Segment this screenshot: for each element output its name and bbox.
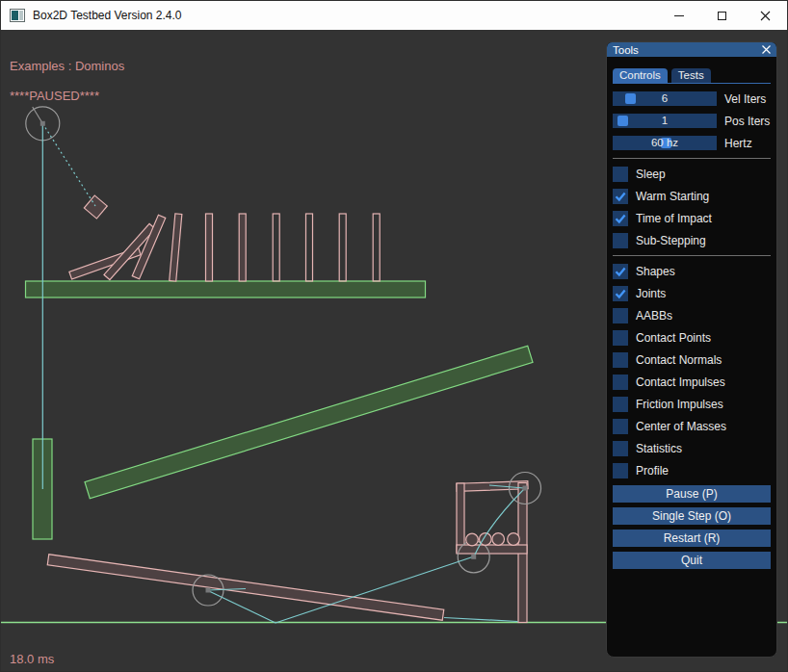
checkbox-box[interactable] (613, 397, 628, 412)
checkbox-box[interactable] (613, 330, 628, 346)
frame-left-post (457, 483, 464, 553)
checkbox-label: Shapes (636, 265, 675, 278)
tab-tests[interactable]: Tests (671, 68, 711, 83)
example-name-label: Examples : Dominos (10, 59, 124, 73)
separator (613, 255, 771, 256)
checkbox-box[interactable] (613, 352, 628, 368)
standing-domino-2 (206, 214, 213, 281)
slider-pos-iters[interactable]: 1 (613, 114, 717, 128)
window-titlebar[interactable]: Box2D Testbed Version 2.4.0 (1, 1, 787, 30)
checkbox-warm-starting[interactable]: Warm Starting (613, 189, 771, 204)
checkbox-box[interactable] (613, 286, 628, 301)
checkbox-box[interactable] (613, 233, 628, 248)
check-icon (613, 211, 628, 226)
checkbox-label: Contact Normals (636, 353, 722, 367)
checkbox-label: Contact Points (636, 331, 711, 345)
paused-label: ****PAUSED**** (10, 89, 99, 103)
standing-domino-5 (306, 214, 313, 281)
checkbox-label: Sub-Stepping (636, 234, 706, 247)
physics-canvas[interactable]: Examples : Dominos ****PAUSED**** 18.0 m… (1, 30, 788, 672)
checkbox-sleep[interactable]: Sleep (613, 167, 771, 182)
tab-bar: ControlsTests (613, 68, 771, 84)
checkbox-joints[interactable]: Joints (613, 286, 771, 301)
checkbox-sub-stepping[interactable]: Sub-Stepping (613, 233, 771, 248)
frame-bottom-bar (457, 545, 527, 554)
tools-panel: Tools ControlsTests 6Vel Iters1Pos Iters… (606, 41, 777, 658)
app-icon (10, 9, 25, 22)
check-icon (613, 189, 628, 204)
slider-label: Pos Iters (724, 115, 770, 128)
window-title: Box2D Testbed Version 2.4.0 (33, 9, 182, 22)
checkbox-time-of-impact[interactable]: Time of Impact (613, 211, 771, 226)
checkbox-contact-normals[interactable]: Contact Normals (613, 352, 771, 368)
circle-axis-line (33, 107, 43, 123)
button-quit[interactable]: Quit (613, 552, 771, 569)
checkbox-label: Profile (636, 464, 669, 478)
checkbox-box[interactable] (613, 264, 628, 279)
slider-label: Hertz (724, 137, 752, 150)
solver-checkbox-group: SleepWarm StartingTime of ImpactSub-Step… (613, 167, 771, 248)
slider-value: 60 hz (613, 136, 717, 150)
checkbox-label: Warm Starting (636, 190, 709, 203)
checkbox-label: Time of Impact (636, 212, 712, 225)
standing-domino-3 (239, 214, 246, 281)
checkbox-aabbs[interactable]: AABBs (613, 308, 771, 323)
checkbox-contact-points[interactable]: Contact Points (613, 330, 771, 346)
app-window: Box2D Testbed Version 2.4.0 Examples : D… (0, 0, 788, 672)
frame-time-label: 18.0 ms (10, 652, 54, 666)
checkbox-statistics[interactable]: Statistics (613, 441, 771, 456)
separator (613, 158, 771, 159)
checkbox-shapes[interactable]: Shapes (613, 264, 771, 279)
joint-anchor (523, 486, 528, 491)
minimize-icon (674, 15, 684, 16)
window-controls (657, 1, 787, 30)
checkbox-box[interactable] (613, 308, 628, 323)
ball-3 (492, 533, 505, 546)
joint-line (444, 618, 518, 622)
checkbox-box[interactable] (613, 375, 628, 390)
standing-domino-1 (170, 214, 182, 281)
checkbox-box[interactable] (613, 167, 628, 182)
button-restart-r[interactable]: Restart (R) (613, 530, 771, 547)
slider-row-vel-iters: 6Vel Iters (613, 91, 771, 106)
tools-panel-body: ControlsTests 6Vel Iters1Pos Iters60 hzH… (607, 68, 776, 569)
slider-value: 6 (613, 91, 717, 106)
checkbox-profile[interactable]: Profile (613, 463, 771, 478)
seesaw-plank (47, 555, 444, 621)
maximize-button[interactable] (700, 1, 744, 30)
checkbox-box[interactable] (613, 441, 628, 456)
tab-controls[interactable]: Controls (613, 68, 668, 83)
ball-1 (466, 533, 479, 546)
slider-group: 6Vel Iters1Pos Iters60 hzHertz (613, 91, 771, 150)
checkbox-contact-impulses[interactable]: Contact Impulses (613, 375, 771, 390)
action-button-group: Pause (P)Single Step (O)Restart (R)Quit (613, 485, 771, 569)
slider-hertz[interactable]: 60 hz (613, 136, 717, 150)
checkbox-box[interactable] (613, 189, 628, 204)
checkbox-label: Sleep (636, 168, 666, 181)
dominos-platform (26, 281, 426, 297)
slider-vel-iters[interactable]: 6 (613, 91, 717, 106)
joint-anchor (40, 121, 45, 126)
standing-domino-4 (273, 214, 279, 281)
button-single-step-o[interactable]: Single Step (O) (613, 507, 771, 525)
checkbox-label: Joints (636, 287, 666, 300)
checkbox-label: AABBs (636, 309, 672, 323)
tools-panel-titlebar[interactable]: Tools (607, 42, 776, 57)
close-icon (760, 11, 771, 21)
checkbox-label: Center of Masses (636, 420, 726, 433)
checkbox-label: Friction Impulses (636, 398, 723, 411)
close-button[interactable] (744, 1, 787, 30)
button-pause-p[interactable]: Pause (P) (613, 485, 771, 503)
tools-panel-close-button[interactable] (762, 45, 771, 54)
checkbox-box[interactable] (613, 211, 628, 226)
checkbox-center-of-masses[interactable]: Center of Masses (613, 419, 771, 434)
checkbox-friction-impulses[interactable]: Friction Impulses (613, 397, 771, 412)
checkbox-box[interactable] (613, 419, 628, 434)
check-icon (613, 286, 628, 301)
pendulum-box (84, 195, 107, 219)
joint-anchor (471, 555, 476, 559)
close-icon (762, 45, 771, 54)
checkbox-box[interactable] (613, 463, 628, 478)
checkbox-label: Contact Impulses (636, 375, 725, 389)
minimize-button[interactable] (657, 1, 700, 30)
